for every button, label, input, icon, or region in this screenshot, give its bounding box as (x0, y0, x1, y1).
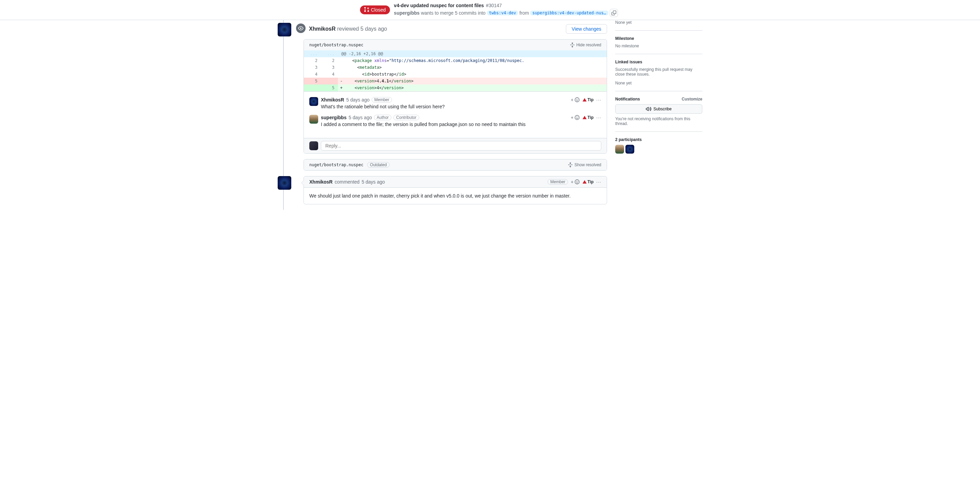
reviewer-avatar[interactable] (278, 23, 291, 37)
role-badge: Author (374, 115, 391, 120)
head-branch[interactable]: supergibbs:v4-dev-updated-nuspec-cont… (530, 11, 608, 15)
milestone-heading: Milestone (615, 36, 702, 41)
inline-comment: supergibbs5 days ago Author Contributor+… (309, 115, 601, 127)
review-thread: nuget/bootstrap.nuspec Hide resolved ...… (304, 39, 607, 153)
svg-point-2 (578, 99, 578, 99)
comment-menu-button[interactable]: ··· (596, 115, 601, 120)
hide-resolved-toggle[interactable]: Hide resolved (570, 42, 601, 48)
file-path[interactable]: nuget/bootstrap.nuspec (309, 43, 363, 47)
expand-hunk[interactable]: ... (304, 50, 321, 57)
review-block: XhmikosR reviewed 5 days ago View change… (304, 23, 607, 171)
show-resolved-toggle[interactable]: Show resolved (568, 162, 601, 168)
inline-comment: XhmikosR5 days ago Member+Tip···What's t… (309, 97, 601, 109)
reviewer-name[interactable]: XhmikosR (309, 26, 336, 32)
notifications-heading: Notifications (615, 97, 640, 102)
comment-menu-button[interactable]: ··· (596, 97, 601, 102)
subscribe-button[interactable]: Subscribe (615, 104, 702, 114)
unfold-icon (570, 42, 575, 48)
linked-issues-heading: Linked issues (615, 60, 702, 64)
unmute-icon (646, 106, 651, 112)
svg-point-1 (576, 99, 576, 99)
review-state-badge (295, 23, 306, 34)
comment-avatar[interactable] (309, 115, 318, 124)
linked-issues-desc: Successfully merging this pull request m… (615, 67, 702, 77)
comment-time[interactable]: 5 days ago (346, 97, 369, 102)
triangle-icon (582, 116, 587, 119)
timeline-comment: XhmikosR commented 5 days ago Member + T… (304, 176, 607, 204)
eye-icon (298, 26, 304, 31)
diff-line[interactable]: 22<package xmlns="http://schemas.microso… (304, 57, 607, 64)
diff-line[interactable]: 44 <id>bootstrap</id> (304, 71, 607, 78)
tip-button[interactable]: Tip (582, 97, 594, 102)
comment-avatar[interactable] (309, 97, 318, 106)
diff-line[interactable]: 33 <metadata> (304, 64, 607, 71)
svg-point-4 (576, 117, 576, 117)
customize-link[interactable]: Customize (682, 97, 702, 102)
sidebar-none-yet: None yet (615, 20, 702, 25)
outdated-badge: Outdated (367, 162, 389, 168)
commenter-avatar[interactable] (278, 176, 291, 190)
expand-hunk[interactable]: ... (321, 50, 338, 57)
milestone-value: No milestone (615, 44, 702, 48)
current-user-avatar[interactable] (309, 141, 318, 150)
participant-avatar[interactable] (625, 145, 634, 153)
pr-title[interactable]: v4-dev updated nuspec for content files (394, 3, 484, 8)
participants-heading: 2 participants (615, 137, 702, 142)
role-badge: Member (547, 179, 568, 185)
smiley-icon (574, 97, 580, 102)
diff-line[interactable]: 5- <version>4.4.1</version> (304, 78, 607, 85)
collapsed-review-thread: nuget/bootstrap.nuspec Outdated Show res… (304, 159, 607, 171)
diff-table: ......@@ -2,16 +2,16 @@22<package xmlns=… (304, 50, 607, 91)
pr-sticky-header: Closed v4-dev updated nuspec for content… (0, 0, 980, 20)
comment-time[interactable]: 5 days ago (362, 179, 385, 185)
diff-line[interactable]: 5+ <version>4</version> (304, 85, 607, 91)
comment-author[interactable]: supergibbs (321, 115, 347, 120)
state-badge-closed: Closed (360, 5, 390, 14)
comment-author[interactable]: XhmikosR (321, 97, 344, 102)
triangle-icon (582, 98, 587, 102)
comment-body: What's the rationale behind not using th… (321, 104, 601, 109)
notifications-desc: You're not receiving notifications from … (615, 116, 702, 126)
pr-number: #30147 (486, 3, 502, 8)
unfold-icon (568, 162, 573, 168)
participant-avatar[interactable] (615, 145, 624, 153)
comment-body: We should just land one patch in master,… (304, 188, 607, 204)
add-reaction-button[interactable]: + (571, 97, 579, 102)
merge-info: supergibbs wants to merge 5 commits into… (394, 9, 702, 17)
tip-button[interactable]: Tip (582, 115, 594, 120)
smiley-icon (574, 179, 580, 185)
svg-point-3 (575, 115, 579, 120)
copy-branch-button[interactable] (610, 9, 618, 17)
reply-input[interactable] (321, 141, 601, 150)
pull-request-closed-icon (364, 7, 369, 13)
hunk-header: @@ -2,16 +2,16 @@ (338, 50, 607, 57)
comment-menu-button[interactable]: ··· (596, 179, 601, 185)
inline-comments: XhmikosR5 days ago Member+Tip···What's t… (304, 91, 607, 138)
pr-author-link[interactable]: supergibbs (394, 10, 420, 16)
base-branch[interactable]: twbs:v4-dev (487, 11, 518, 15)
comment-author[interactable]: XhmikosR (309, 179, 332, 185)
view-changes-button[interactable]: View changes (566, 24, 607, 34)
svg-point-8 (578, 181, 578, 182)
review-time[interactable]: 5 days ago (360, 26, 387, 32)
svg-point-0 (575, 98, 579, 102)
sidebar: None yet Milestone No milestone Linked i… (615, 20, 702, 210)
comment-body: I added a comment to the file; the versi… (321, 121, 601, 127)
linked-issues-value: None yet (615, 81, 702, 86)
copy-icon (611, 11, 616, 15)
svg-point-7 (576, 181, 576, 182)
comment-time[interactable]: 5 days ago (348, 115, 372, 120)
add-reaction-button[interactable]: + (571, 179, 579, 185)
tip-button[interactable]: Tip (582, 179, 594, 184)
svg-point-6 (575, 180, 579, 184)
triangle-icon (582, 180, 587, 183)
smiley-icon (574, 115, 580, 120)
role-badge: Member (372, 97, 392, 102)
role-badge: Contributor (393, 115, 419, 120)
file-path[interactable]: nuget/bootstrap.nuspec (309, 163, 363, 167)
svg-point-5 (578, 117, 578, 117)
add-reaction-button[interactable]: + (571, 115, 579, 120)
